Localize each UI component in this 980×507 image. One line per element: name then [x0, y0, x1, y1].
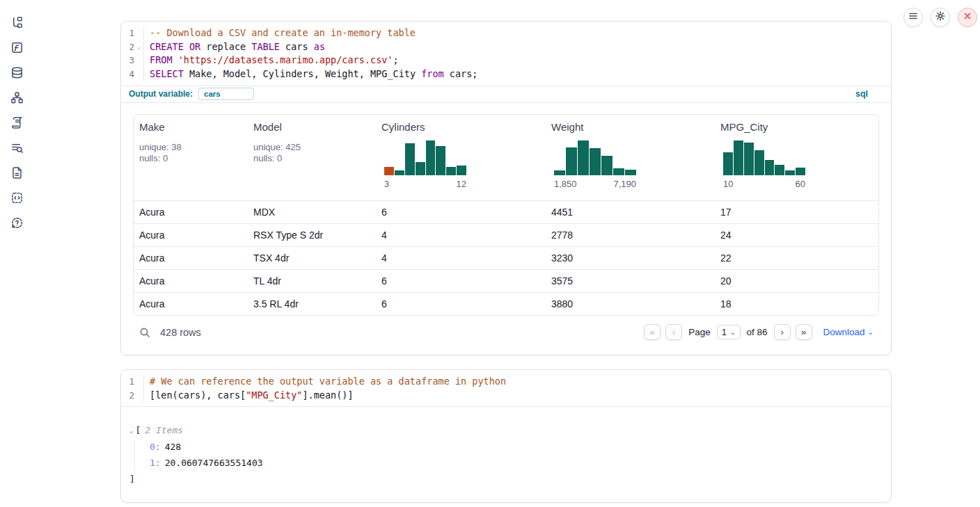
table-cell: 4451	[546, 207, 715, 218]
code-line[interactable]: 2[len(cars), cars["MPG_City"].mean()]	[121, 389, 891, 403]
table-cell: 22	[715, 252, 878, 264]
code-line[interactable]: 1-- Download a CSV and create an in-memo…	[121, 26, 891, 40]
menu-button[interactable]	[903, 8, 923, 27]
null-count: nulls: 0	[139, 153, 248, 165]
python-output-tree: ⌄ [ 2 Items 0:4281:20.060747663551403 ]	[121, 406, 891, 502]
code-text: FROM 'https://datasets.marimo.app/cars.c…	[144, 54, 399, 67]
page-select[interactable]: 1 ⌄	[717, 325, 741, 339]
datasources-icon[interactable]	[10, 65, 24, 79]
histogram-bar	[785, 170, 795, 175]
help-chat-icon[interactable]	[10, 216, 24, 230]
null-count: nulls: 0	[253, 153, 376, 165]
column-header-model[interactable]: Modelunique: 425nulls: 0	[248, 121, 376, 200]
dependency-graph-icon[interactable]	[10, 90, 24, 104]
last-page-button[interactable]: »	[796, 324, 812, 340]
table-cell: Acura	[134, 275, 248, 287]
histogram-bar	[765, 160, 775, 175]
code-text: SELECT Make, Model, Cylinders, Weight, M…	[144, 67, 477, 81]
histogram-min-label: 10	[723, 179, 733, 189]
line-number: 4	[121, 67, 134, 81]
fold-spacer	[134, 67, 143, 81]
settings-button[interactable]	[931, 8, 950, 27]
hamburger-menu-icon	[908, 11, 918, 24]
line-number-gutter: 2	[121, 389, 144, 403]
next-page-button[interactable]: ›	[774, 324, 791, 340]
search-icon[interactable]	[139, 326, 151, 339]
output-variable-label: Output variable:	[129, 89, 193, 99]
tree-root: ⌄ [ 2 Items	[129, 425, 879, 435]
column-header-mpg_city[interactable]: MPG_City1060	[715, 121, 878, 200]
fold-spacer	[134, 54, 143, 67]
snippets-icon[interactable]	[10, 191, 24, 204]
table-cell: 6	[376, 298, 546, 309]
unique-count: unique: 38	[139, 142, 248, 154]
table-row: AcuraMDX6445117	[134, 200, 878, 223]
tree-entry-index: 0:	[150, 442, 161, 452]
shutdown-button[interactable]	[958, 8, 977, 27]
scratchpad-icon[interactable]	[10, 115, 24, 129]
notebook-controls	[903, 8, 977, 27]
table-cell: 3575	[546, 275, 715, 287]
histogram-bar	[384, 167, 394, 175]
column-name: Weight	[551, 121, 715, 133]
logs-icon[interactable]	[10, 140, 24, 154]
histogram-bar	[796, 168, 805, 175]
histogram-bar	[416, 162, 425, 175]
histogram-bar	[446, 167, 456, 175]
close-x-icon	[963, 11, 972, 24]
histogram-bar	[590, 148, 601, 175]
collapse-chevron-icon[interactable]: ⌄	[129, 427, 133, 434]
column-header-cylinders[interactable]: Cylinders312	[376, 121, 546, 200]
histogram-bar	[754, 150, 764, 175]
sql-cell: 1-- Download a CSV and create an in-memo…	[120, 21, 892, 355]
file-explorer-tree-icon[interactable]	[10, 15, 24, 29]
tree-entry-value: 428	[165, 442, 181, 452]
output-variable-input[interactable]	[198, 88, 254, 100]
histogram-max-label: 12	[457, 179, 466, 189]
histogram-bar	[723, 152, 733, 175]
sql-code-editor[interactable]: 1-- Download a CSV and create an in-memo…	[121, 22, 891, 86]
histogram-bar	[436, 146, 445, 175]
python-code-editor[interactable]: 1# We can reference the output variable …	[121, 370, 891, 406]
table-cell: 20	[715, 275, 878, 287]
items-count-label: 2 Items	[145, 425, 183, 435]
column-name: Make	[139, 121, 248, 133]
column-name: MPG_City	[720, 121, 878, 133]
prev-page-button[interactable]: ‹	[665, 324, 682, 340]
code-line[interactable]: 1# We can reference the output variable …	[121, 375, 891, 389]
code-text: [len(cars), cars["MPG_City"].mean()]	[144, 389, 354, 403]
table-cell: Acura	[134, 207, 248, 218]
histogram-bar	[426, 140, 436, 175]
notebook-main: 1-- Download a CSV and create an in-memo…	[120, 21, 892, 503]
column-name: Model	[253, 121, 376, 133]
last-page-icon: »	[801, 327, 806, 337]
histogram-bar	[625, 170, 636, 175]
code-line[interactable]: 4SELECT Make, Model, Cylinders, Weight, …	[121, 67, 891, 81]
page-label: Page	[688, 327, 711, 337]
code-line[interactable]: 2⌄CREATE OR replace TABLE cars as	[121, 40, 891, 54]
table-body: AcuraMDX6445117AcuraRSX Type S 2dr427782…	[134, 200, 878, 315]
table-cell: MDX	[248, 207, 376, 218]
fold-chevron-icon[interactable]: ⌄	[134, 40, 143, 54]
histogram-bar	[578, 140, 589, 175]
histogram-bar	[395, 170, 404, 175]
first-page-button[interactable]: «	[644, 324, 661, 340]
column-histogram: 1,8507,190	[554, 140, 636, 189]
table-cell: 18	[715, 298, 878, 309]
fold-spacer	[134, 389, 143, 403]
line-number: 2	[121, 389, 134, 403]
column-stats: unique: 38nulls: 0	[139, 142, 248, 165]
sql-output-area: Makeunique: 38nulls: 0Modelunique: 425nu…	[121, 103, 891, 355]
line-number: 3	[121, 54, 134, 67]
histogram-min-label: 3	[384, 179, 389, 189]
variables-icon[interactable]	[10, 40, 24, 54]
column-header-weight[interactable]: Weight1,8507,190	[546, 121, 715, 200]
column-header-make[interactable]: Makeunique: 38nulls: 0	[134, 121, 248, 200]
download-button[interactable]: Download ⌄	[823, 327, 874, 337]
code-line[interactable]: 3FROM 'https://datasets.marimo.app/cars.…	[121, 54, 891, 67]
language-badge: sql	[855, 89, 868, 99]
left-sidebar	[0, 0, 33, 507]
documentation-icon[interactable]	[10, 166, 24, 179]
column-name: Cylinders	[381, 121, 546, 133]
line-number-gutter: 4	[121, 67, 144, 81]
